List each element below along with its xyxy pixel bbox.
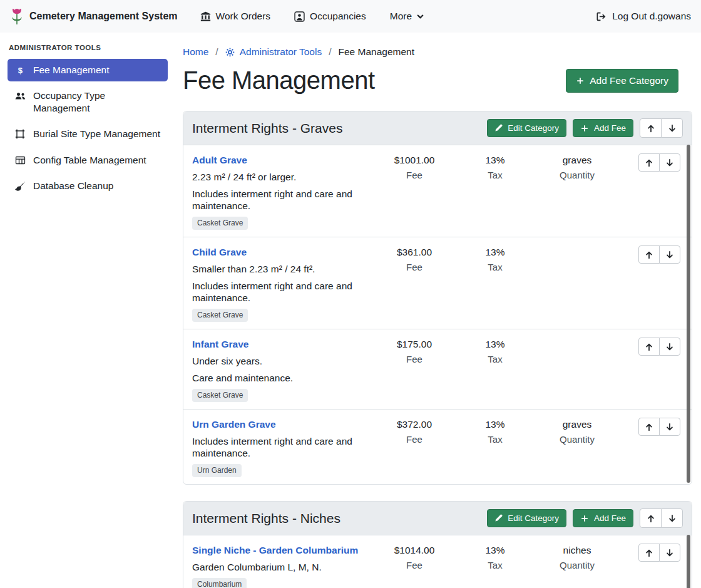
sidebar-item-fee-management[interactable]: $ Fee Management bbox=[8, 59, 168, 81]
move-fee-up-button[interactable] bbox=[638, 418, 660, 436]
card-scrollbar[interactable] bbox=[687, 145, 690, 483]
fee-name-link[interactable]: Child Grave bbox=[192, 246, 247, 258]
tax-column-label: Tax bbox=[465, 170, 525, 181]
tax-value: 13% bbox=[465, 544, 525, 556]
plus-icon bbox=[576, 76, 585, 85]
arrow-down-icon bbox=[665, 549, 674, 557]
move-fee-down-button[interactable] bbox=[659, 338, 680, 356]
move-fee-down-button[interactable] bbox=[659, 418, 680, 436]
fee-name-link[interactable]: Urn Garden Grave bbox=[192, 418, 276, 430]
plus-icon bbox=[580, 124, 589, 133]
add-fee-category-label: Add Fee Category bbox=[590, 75, 668, 86]
move-category-down-button[interactable] bbox=[661, 118, 683, 138]
app-logo-icon bbox=[10, 8, 24, 25]
svg-text:$: $ bbox=[18, 66, 23, 75]
app-brand[interactable]: Cemetery Management System bbox=[10, 8, 178, 25]
app-title: Cemetery Management System bbox=[29, 11, 178, 22]
top-navbar: Cemetery Management System Work Orders O… bbox=[0, 0, 701, 33]
nav-item-more[interactable]: More bbox=[390, 11, 424, 22]
fee-amount: $361.00 bbox=[377, 246, 451, 258]
breadcrumb-admin-tools-label: Administrator Tools bbox=[240, 46, 322, 58]
quantity-column-label: Quantity bbox=[539, 170, 615, 181]
logout-label: Log Out d.gowans bbox=[612, 11, 691, 22]
chevron-down-icon bbox=[417, 13, 424, 20]
edit-category-button[interactable]: Edit Category bbox=[487, 509, 566, 527]
category-header: Interment Rights - Graves Edit Category … bbox=[183, 111, 692, 145]
move-fee-up-button[interactable] bbox=[638, 544, 660, 562]
fee-name-link[interactable]: Single Niche - Garden Columbarium bbox=[192, 544, 358, 556]
category-title: Interment Rights - Niches bbox=[192, 511, 340, 526]
breadcrumb-current: Fee Management bbox=[339, 46, 415, 58]
fee-amount: $175.00 bbox=[377, 338, 451, 350]
fee-row: Child Grave Smaller than 2.23 m² / 24 ft… bbox=[183, 237, 692, 329]
move-fee-up-button[interactable] bbox=[638, 245, 660, 264]
add-fee-label: Add Fee bbox=[594, 123, 626, 133]
category-list: Interment Rights - Graves Edit Category … bbox=[183, 111, 692, 588]
fee-row: Single Niche - Garden Columbarium Garden… bbox=[183, 535, 692, 588]
arrow-down-icon bbox=[665, 158, 674, 167]
fee-column-label: Fee bbox=[377, 560, 451, 571]
category-title: Interment Rights - Graves bbox=[192, 121, 342, 136]
fee-column-label: Fee bbox=[377, 354, 451, 365]
add-fee-button[interactable]: Add Fee bbox=[573, 119, 633, 137]
fee-description: Includes interment right and care and ma… bbox=[192, 435, 364, 459]
fee-description: 2.23 m² / 24 ft² or larger. bbox=[192, 171, 364, 183]
main-content: Home / Administrator Tools / Fee Managem… bbox=[175, 33, 701, 588]
arrow-up-icon bbox=[645, 423, 653, 431]
move-fee-down-button[interactable] bbox=[659, 245, 680, 264]
move-fee-down-button[interactable] bbox=[659, 544, 680, 562]
fee-row: Urn Garden Grave Includes interment righ… bbox=[183, 409, 692, 484]
cleanup-icon bbox=[14, 181, 26, 192]
fee-description: Includes interment right and care and ma… bbox=[192, 188, 364, 212]
sidebar-heading: ADMINISTRATOR TOOLS bbox=[9, 44, 166, 51]
add-fee-button[interactable]: Add Fee bbox=[573, 509, 633, 527]
fee-row: Infant Grave Under six years.Care and ma… bbox=[183, 329, 692, 409]
sidebar-item-burial-site-type-management[interactable]: Burial Site Type Management bbox=[8, 123, 168, 145]
fee-description: Under six years. bbox=[192, 355, 364, 367]
logout-button[interactable]: Log Out d.gowans bbox=[596, 11, 691, 22]
nav-item-work-orders[interactable]: Work Orders bbox=[200, 11, 271, 22]
arrow-up-icon bbox=[645, 343, 653, 351]
fee-description: Garden Columbarium L, M, N. bbox=[192, 561, 364, 573]
breadcrumb-admin-tools-link[interactable]: Administrator Tools bbox=[225, 46, 322, 58]
move-fee-up-button[interactable] bbox=[638, 153, 660, 172]
move-category-up-button[interactable] bbox=[640, 508, 662, 528]
arrow-down-icon bbox=[668, 124, 677, 133]
fee-name-link[interactable]: Adult Grave bbox=[192, 154, 247, 166]
fee-name-link[interactable]: Infant Grave bbox=[192, 338, 248, 350]
arrow-down-icon bbox=[665, 423, 674, 431]
breadcrumb: Home / Administrator Tools / Fee Managem… bbox=[183, 46, 692, 58]
move-category-down-button[interactable] bbox=[661, 508, 683, 528]
page-header: Fee Management Add Fee Category bbox=[183, 66, 692, 95]
category-card-interment-rights-niches: Interment Rights - Niches Edit Category … bbox=[183, 501, 692, 588]
quantity-unit: graves bbox=[539, 418, 615, 430]
burial-site-icon bbox=[14, 129, 26, 139]
sidebar-item-occupancy-type-management[interactable]: Occupancy Type Management bbox=[8, 85, 168, 120]
tax-column-label: Tax bbox=[465, 262, 525, 273]
work-orders-icon bbox=[200, 11, 211, 22]
table-icon bbox=[14, 155, 26, 165]
move-fee-down-button[interactable] bbox=[659, 153, 680, 172]
arrow-up-icon bbox=[645, 158, 653, 167]
sidebar-item-database-cleanup[interactable]: Database Cleanup bbox=[8, 175, 168, 197]
move-category-up-button[interactable] bbox=[640, 118, 662, 138]
card-scrollbar[interactable] bbox=[687, 535, 690, 588]
sidebar-item-config-table-management[interactable]: Config Table Management bbox=[8, 149, 168, 172]
people-icon bbox=[14, 91, 26, 101]
arrow-down-icon bbox=[665, 250, 674, 259]
move-fee-up-button[interactable] bbox=[638, 338, 660, 356]
fee-column-label: Fee bbox=[377, 434, 451, 445]
tax-column-label: Tax bbox=[465, 560, 525, 571]
add-fee-category-button[interactable]: Add Fee Category bbox=[566, 69, 678, 93]
nav-item-occupancies[interactable]: Occupancies bbox=[294, 11, 366, 22]
sidebar: ADMINISTRATOR TOOLS $ Fee Management Occ… bbox=[0, 33, 175, 588]
fee-amount: $1001.00 bbox=[377, 154, 451, 166]
tax-value: 13% bbox=[465, 246, 525, 258]
category-header: Interment Rights - Niches Edit Category … bbox=[183, 502, 692, 535]
breadcrumb-home-link[interactable]: Home bbox=[183, 46, 208, 58]
edit-category-button[interactable]: Edit Category bbox=[487, 119, 566, 137]
add-fee-label: Add Fee bbox=[594, 513, 626, 523]
fee-amount: $372.00 bbox=[377, 418, 451, 430]
edit-category-label: Edit Category bbox=[508, 513, 559, 523]
fee-type-badge: Casket Grave bbox=[192, 217, 248, 230]
